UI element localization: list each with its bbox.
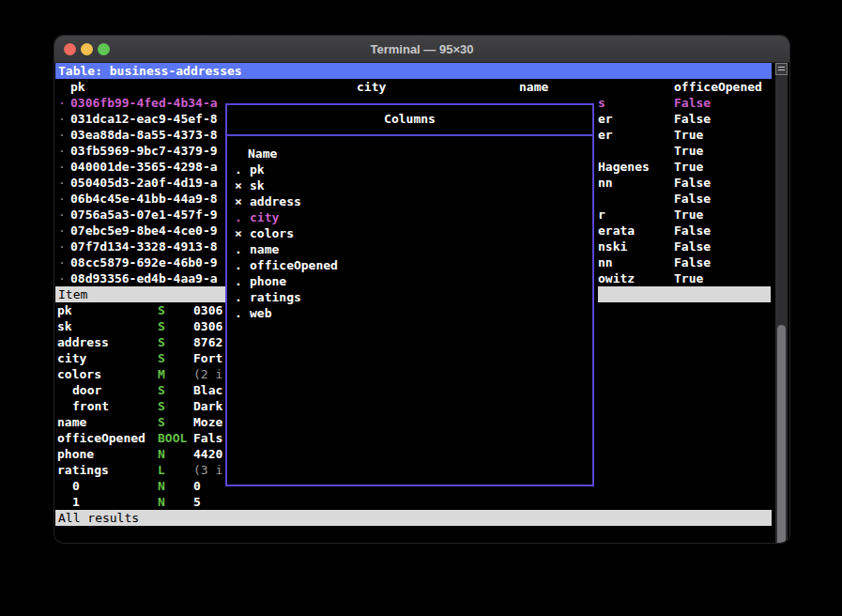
row-bullet-icon: ·: [58, 111, 66, 127]
item-attr-key: door: [72, 382, 101, 398]
columns-list-header: Name: [248, 146, 277, 162]
split-pane-icon[interactable]: [775, 63, 788, 75]
cell-officeOpened: False: [674, 239, 711, 254]
terminal-window: Terminal — 95×30 Table: business-address…: [54, 36, 789, 543]
column-option[interactable]: ×address: [227, 193, 584, 209]
row-bullet-icon: ·: [58, 254, 66, 270]
item-attr-type: S: [158, 302, 165, 318]
row-bullet-icon: ·: [58, 127, 66, 143]
cell-officeOpened: True: [674, 207, 703, 223]
column-option-label: ratings: [250, 289, 301, 305]
item-attr-key: 1: [72, 494, 80, 510]
item-attr-value: Moze: [193, 414, 222, 430]
cell-pk: 03ea88da-8a55-4373-8: [70, 127, 218, 143]
row-bullet-icon: ·: [58, 95, 66, 111]
item-panel-header: Item: [55, 286, 225, 302]
column-option-marker-icon: .: [235, 289, 242, 305]
cell-pk: 03fb5969-9bc7-4379-9: [70, 143, 218, 159]
column-option-label: address: [250, 193, 301, 209]
item-attr-value: 0306: [193, 302, 222, 318]
cell-name: nski: [598, 239, 627, 254]
column-option-marker-icon: .: [235, 305, 242, 321]
cell-officeOpened: False: [674, 223, 711, 239]
cell-officeOpened: False: [674, 175, 711, 191]
window-titlebar[interactable]: Terminal — 95×30: [54, 36, 789, 63]
item-panel-header-right: [598, 286, 771, 302]
row-bullet-icon: ·: [58, 191, 66, 207]
scrollbar-column: [775, 63, 788, 543]
item-attr-type: BOOL: [158, 430, 187, 446]
column-option[interactable]: .phone: [227, 273, 584, 289]
row-bullet-icon: ·: [58, 143, 66, 159]
item-attr-value: 5: [193, 494, 201, 510]
item-attr-value: 0306: [193, 318, 222, 334]
results-header-row: pk city name officeOpened: [54, 79, 771, 95]
item-attr-key: sk: [57, 318, 72, 334]
item-attr-value: Blac: [193, 382, 222, 398]
column-option[interactable]: .pk: [227, 162, 584, 177]
cell-name: s: [598, 95, 605, 111]
item-attr-key: pk: [57, 302, 72, 318]
cell-pk: 06b4c45e-41bb-44a9-8: [70, 191, 218, 207]
cell-name: nn: [598, 175, 613, 191]
item-attr-value: (3 i: [193, 462, 222, 478]
item-attr-value: Fort: [193, 350, 222, 366]
column-header-name: name: [519, 79, 548, 95]
column-option[interactable]: ×sk: [227, 177, 584, 193]
cell-name: er: [598, 111, 613, 127]
column-option[interactable]: .city: [227, 209, 584, 225]
columns-dialog-separator: [227, 134, 592, 136]
cell-name: owitz: [598, 270, 635, 286]
item-attr-type: N: [158, 494, 165, 510]
cell-pk: 07f7d134-3328-4913-8: [70, 239, 218, 254]
cell-pk: 08cc5879-692e-46b0-9: [70, 254, 218, 270]
item-attr-key: city: [57, 350, 86, 366]
item-attr-key: address: [57, 334, 109, 350]
column-option-marker-icon: .: [235, 257, 242, 273]
row-bullet-icon: ·: [58, 223, 66, 239]
column-option-marker-icon: .: [235, 209, 242, 225]
item-attr-key: name: [57, 414, 86, 430]
column-option[interactable]: .ratings: [227, 289, 584, 305]
scrollbar-track[interactable]: [775, 75, 788, 543]
screen: { "window": { "title": "Terminal — 95×30…: [0, 0, 842, 616]
item-attribute-row[interactable]: 1N5: [54, 494, 599, 510]
item-attr-key: officeOpened: [57, 430, 145, 446]
cell-pk: 0306fb99-4fed-4b34-a: [70, 95, 218, 111]
item-attr-type: S: [158, 334, 165, 350]
cell-officeOpened: True: [674, 159, 703, 175]
cell-officeOpened: False: [674, 95, 711, 111]
item-attr-key: colors: [57, 366, 101, 382]
window-title: Terminal — 95×30: [54, 36, 789, 63]
item-attr-value: (2 i: [193, 366, 222, 382]
item-attr-type: N: [158, 446, 165, 462]
cell-pk: 07ebc5e9-8be4-4ce0-9: [70, 223, 218, 239]
cell-pk: 031dca12-eac9-45ef-8: [70, 111, 218, 127]
column-header-officeOpened: officeOpened: [674, 79, 762, 95]
column-option[interactable]: .name: [227, 241, 584, 257]
scrollbar-thumb[interactable]: [777, 325, 786, 543]
item-attr-type: S: [158, 398, 165, 414]
terminal-content: Table: business-addresses pk city name o…: [54, 63, 789, 543]
cell-name: Hagenes: [598, 159, 650, 175]
item-attr-value: Fals: [193, 430, 222, 446]
cell-pk: 08d93356-ed4b-4aa9-a: [70, 270, 218, 286]
column-option-marker-icon: ×: [235, 193, 242, 209]
column-header-pk: pk: [70, 79, 85, 95]
item-attr-key: front: [72, 398, 109, 414]
item-attr-value: 4420: [193, 446, 222, 462]
column-option[interactable]: ×colors: [227, 225, 584, 241]
column-option[interactable]: .web: [227, 305, 584, 321]
status-bar: All results: [55, 510, 772, 526]
column-option-marker-icon: .: [235, 273, 242, 289]
item-attr-type: N: [158, 478, 165, 494]
row-bullet-icon: ·: [58, 175, 66, 191]
column-option-marker-icon: ×: [235, 177, 242, 193]
cell-officeOpened: True: [674, 270, 703, 286]
item-attr-type: S: [158, 350, 165, 366]
column-option[interactable]: .officeOpened: [227, 257, 584, 273]
item-attr-value: 0: [193, 478, 201, 494]
cell-pk: 050405d3-2a0f-4d19-a: [70, 175, 218, 191]
row-bullet-icon: ·: [58, 270, 66, 286]
item-attr-type: S: [158, 414, 165, 430]
